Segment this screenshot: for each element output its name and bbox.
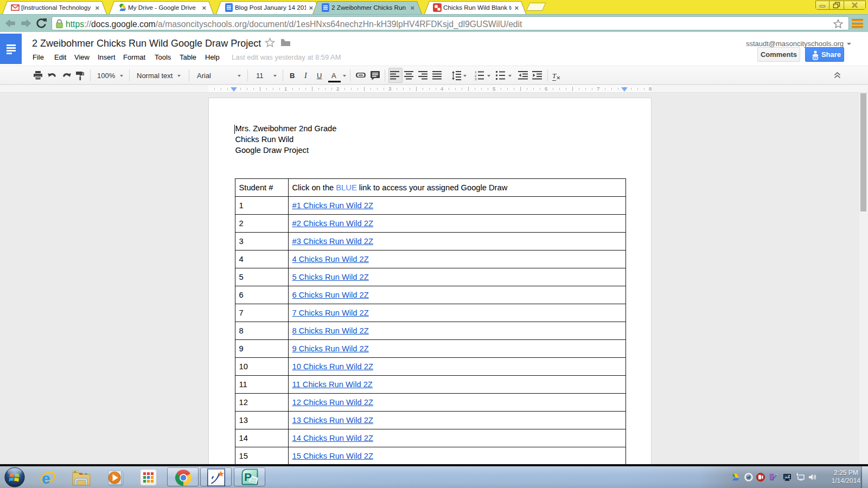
svg-text:e: e <box>42 470 50 486</box>
svg-text:3: 3 <box>475 78 477 80</box>
svg-text:1: 1 <box>475 70 477 74</box>
svg-text:P: P <box>244 471 252 483</box>
